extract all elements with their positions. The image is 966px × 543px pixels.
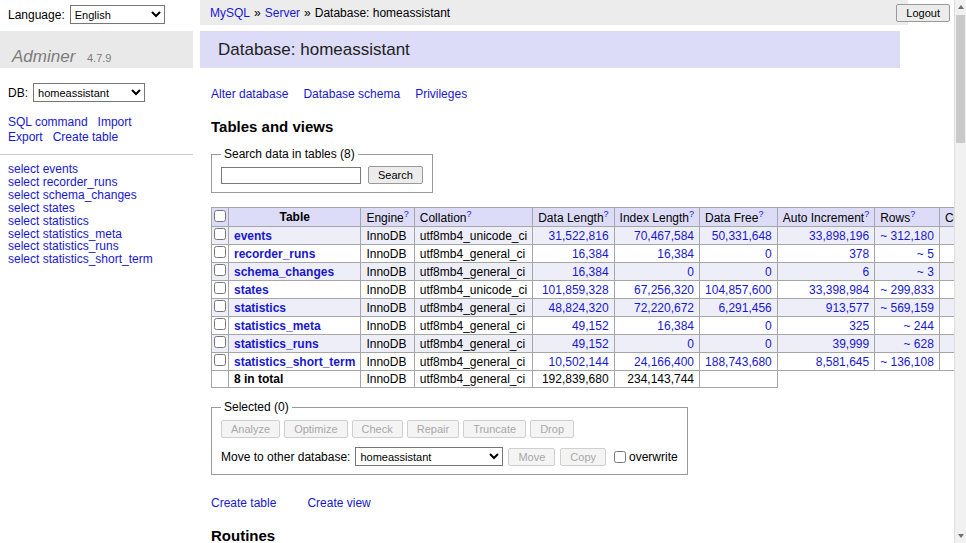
sidebar-item-select-events[interactable]: select events — [8, 163, 185, 176]
create-table-link[interactable]: Create table — [211, 496, 276, 510]
sidebar-item-select-recorder-runs[interactable]: select recorder_runs — [8, 176, 185, 189]
alter-database-link[interactable]: Alter database — [211, 87, 288, 101]
row-checkbox[interactable] — [214, 228, 226, 240]
drop-button[interactable]: Drop — [530, 420, 574, 438]
language-select[interactable]: English — [70, 5, 165, 24]
table-name-link[interactable]: events — [234, 229, 272, 243]
rows-count-link[interactable]: ~ 136,108 — [880, 355, 934, 369]
data-length-link[interactable]: 101,859,328 — [542, 283, 609, 297]
row-checkbox[interactable] — [214, 336, 226, 348]
help-link-icon[interactable]: ? — [404, 209, 409, 219]
auto-increment-link[interactable]: 39,999 — [832, 337, 869, 351]
data-free-link[interactable]: 188,743,680 — [705, 355, 772, 369]
data-free-link[interactable]: 0 — [765, 319, 772, 333]
data-free-link[interactable]: 50,331,648 — [712, 229, 772, 243]
help-link-icon[interactable]: ? — [910, 209, 915, 219]
data-free-link[interactable]: 0 — [765, 337, 772, 351]
index-length-link[interactable]: 16,384 — [657, 247, 694, 261]
rows-count-link[interactable]: ~ 244 — [904, 319, 934, 333]
repair-button[interactable]: Repair — [407, 420, 459, 438]
adminer-logo[interactable]: Adminer — [12, 47, 75, 66]
auto-increment-link[interactable]: 913,577 — [826, 301, 869, 315]
row-checkbox[interactable] — [214, 318, 226, 330]
data-length-link[interactable]: 31,522,816 — [549, 229, 609, 243]
sidebar-item-select-statistics-short-term[interactable]: select statistics_short_term — [8, 253, 185, 266]
sidebar-item-select-schema-changes[interactable]: select schema_changes — [8, 189, 185, 202]
optimize-button[interactable]: Optimize — [284, 420, 347, 438]
sidebar-item-select-statistics[interactable]: select statistics — [8, 215, 185, 228]
logout-button[interactable]: Logout — [896, 4, 950, 22]
breadcrumb-link-server[interactable]: Server — [265, 6, 300, 20]
auto-increment-link[interactable]: 8,581,645 — [816, 355, 869, 369]
index-length-link[interactable]: 24,166,400 — [634, 355, 694, 369]
data-free-link[interactable]: 0 — [765, 265, 772, 279]
data-free-link[interactable]: 6,291,456 — [718, 301, 771, 315]
help-link-icon[interactable]: ? — [604, 209, 609, 219]
data-length-link[interactable]: 49,152 — [572, 319, 609, 333]
table-name-link[interactable]: recorder_runs — [234, 247, 315, 261]
check-button[interactable]: Check — [352, 420, 403, 438]
sidebar-link-import[interactable]: Import — [98, 115, 132, 129]
sidebar-item-select-states[interactable]: select states — [8, 202, 185, 215]
table-name-link[interactable]: statistics — [234, 301, 286, 315]
row-checkbox[interactable] — [214, 246, 226, 258]
select-all-checkbox[interactable] — [214, 210, 226, 222]
index-length-link[interactable]: 72,220,672 — [634, 301, 694, 315]
help-link-icon[interactable]: ? — [689, 209, 694, 219]
rows-count-link[interactable]: ~ 628 — [904, 337, 934, 351]
create-view-link[interactable]: Create view — [307, 496, 370, 510]
data-length-link[interactable]: 49,152 — [572, 337, 609, 351]
auto-increment-link[interactable]: 325 — [849, 319, 869, 333]
auto-increment-link[interactable]: 33,398,984 — [809, 283, 869, 297]
data-length-link[interactable]: 16,384 — [572, 265, 609, 279]
data-free-link[interactable]: 104,857,600 — [705, 283, 772, 297]
index-length-link[interactable]: 67,256,320 — [634, 283, 694, 297]
table-name-link[interactable]: schema_changes — [234, 265, 334, 279]
rows-count-link[interactable]: ~ 312,180 — [880, 229, 934, 243]
help-link-icon[interactable]: ? — [864, 209, 869, 219]
help-link-icon[interactable]: ? — [758, 209, 763, 219]
sidebar-link-export[interactable]: Export — [8, 130, 43, 144]
breadcrumb-link-mysql[interactable]: MySQL — [210, 6, 250, 20]
move-db-select[interactable]: homeassistant — [355, 447, 503, 466]
rows-count-link[interactable]: ~ 569,159 — [880, 301, 934, 315]
scrollbar[interactable] — [954, 0, 966, 543]
search-button[interactable]: Search — [368, 166, 423, 184]
data-length-link[interactable]: 48,824,320 — [549, 301, 609, 315]
row-checkbox[interactable] — [214, 354, 226, 366]
database-schema-link[interactable]: Database schema — [303, 87, 400, 101]
index-length-link[interactable]: 70,467,584 — [634, 229, 694, 243]
search-input[interactable] — [221, 167, 361, 184]
sidebar-link-create-table[interactable]: Create table — [53, 130, 118, 144]
scroll-up-arrow-icon[interactable] — [955, 0, 966, 14]
row-checkbox[interactable] — [214, 282, 226, 294]
db-select[interactable]: homeassistant — [33, 83, 145, 102]
index-length-link[interactable]: 0 — [687, 337, 694, 351]
rows-count-link[interactable]: ~ 299,833 — [880, 283, 934, 297]
help-link-icon[interactable]: ? — [466, 209, 471, 219]
rows-count-link[interactable]: ~ 3 — [917, 265, 934, 279]
analyze-button[interactable]: Analyze — [221, 420, 280, 438]
scroll-down-arrow-icon[interactable] — [955, 529, 966, 543]
table-name-link[interactable]: statistics_meta — [234, 319, 321, 333]
overwrite-checkbox[interactable] — [614, 451, 626, 463]
auto-increment-link[interactable]: 6 — [862, 265, 869, 279]
data-length-link[interactable]: 16,384 — [572, 247, 609, 261]
scrollbar-thumb[interactable] — [956, 15, 965, 143]
rows-count-link[interactable]: ~ 5 — [917, 247, 934, 261]
auto-increment-link[interactable]: 33,898,196 — [809, 229, 869, 243]
move-button[interactable]: Move — [508, 448, 555, 466]
table-name-link[interactable]: statistics_short_term — [234, 355, 355, 369]
copy-button[interactable]: Copy — [560, 448, 606, 466]
index-length-link[interactable]: 16,384 — [657, 319, 694, 333]
sidebar-link-sql-command[interactable]: SQL command — [8, 115, 88, 129]
table-name-link[interactable]: states — [234, 283, 269, 297]
auto-increment-link[interactable]: 378 — [849, 247, 869, 261]
truncate-button[interactable]: Truncate — [463, 420, 526, 438]
data-length-link[interactable]: 10,502,144 — [549, 355, 609, 369]
row-checkbox[interactable] — [214, 300, 226, 312]
row-checkbox[interactable] — [214, 264, 226, 276]
data-free-link[interactable]: 0 — [765, 247, 772, 261]
privileges-link[interactable]: Privileges — [415, 87, 467, 101]
table-name-link[interactable]: statistics_runs — [234, 337, 319, 351]
